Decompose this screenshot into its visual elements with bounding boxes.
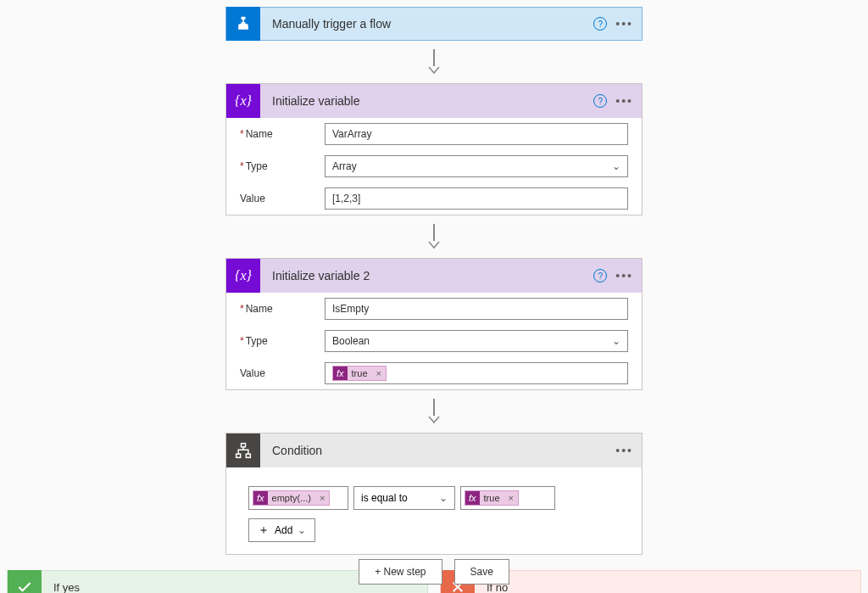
card-title: Condition [260,444,615,457]
more-menu[interactable]: ••• [615,94,633,108]
condition-right-operand[interactable]: fx true × [460,486,555,510]
chevron-down-icon: ⌄ [612,160,620,172]
trigger-title: Manually trigger a flow [260,17,593,31]
chevron-down-icon: ⌄ [612,335,620,347]
more-menu[interactable]: ••• [615,17,633,31]
expression-token[interactable]: fx empty(...) × [253,490,330,506]
more-menu[interactable]: ••• [615,269,633,283]
condition-icon [226,434,260,467]
type-label: *Type [240,335,325,347]
svg-rect-1 [236,454,241,457]
connector-arrow [428,49,440,75]
type-select[interactable]: Boolean ⌄ [325,330,628,352]
chevron-down-icon: ⌄ [298,524,306,536]
name-input[interactable] [325,298,628,320]
name-input[interactable] [325,123,628,145]
init-variable-card-1[interactable]: {x} Initialize variable ? ••• *Name *Typ… [225,83,643,215]
fx-icon: fx [465,491,480,505]
value-token-input[interactable]: fx true × [325,362,628,384]
card-title: Initialize variable 2 [260,269,593,283]
remove-token-icon[interactable]: × [315,493,329,503]
condition-card[interactable]: Condition ••• fx empty(...) × is equal t… [225,433,643,555]
help-icon[interactable]: ? [593,94,607,108]
plus-icon: ＋ [258,523,270,538]
type-label: *Type [240,160,325,172]
help-icon[interactable]: ? [593,269,607,283]
init-variable-card-2[interactable]: {x} Initialize variable 2 ? ••• *Name *T… [225,258,643,390]
name-label: *Name [240,303,325,315]
expression-token[interactable]: fx true × [465,490,519,506]
fx-icon: fx [253,491,268,505]
condition-operator-select[interactable]: is equal to ⌄ [353,486,455,510]
new-step-button[interactable]: + New step [359,559,442,585]
svg-rect-0 [242,444,246,447]
fx-icon: fx [333,366,348,380]
variable-icon: {x} [226,84,260,118]
help-icon[interactable]: ? [593,17,607,31]
save-button[interactable]: Save [454,559,509,585]
add-condition-button[interactable]: ＋ Add ⌄ [248,518,315,542]
value-label: Value [240,193,325,204]
remove-token-icon[interactable]: × [372,368,386,378]
condition-left-operand[interactable]: fx empty(...) × [248,486,348,510]
value-input[interactable] [325,187,628,210]
trigger-card[interactable]: Manually trigger a flow ? ••• [225,7,643,41]
chevron-down-icon: ⌄ [439,492,448,504]
connector-arrow [428,224,440,249]
variable-icon: {x} [226,259,260,293]
name-label: *Name [240,128,325,140]
value-label: Value [240,367,325,379]
connector-arrow [428,399,440,424]
trigger-icon [226,7,260,41]
more-menu[interactable]: ••• [615,444,633,457]
type-select[interactable]: Array ⌄ [325,155,628,177]
card-title: Initialize variable [260,94,593,108]
svg-rect-2 [246,454,250,457]
remove-token-icon[interactable]: × [504,493,518,503]
expression-token[interactable]: fx true × [332,366,387,381]
